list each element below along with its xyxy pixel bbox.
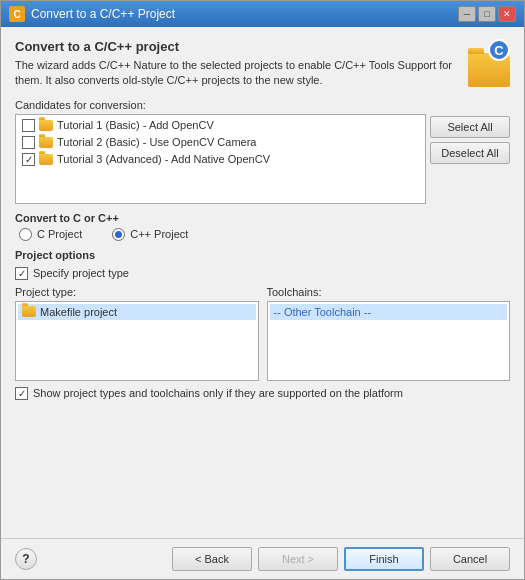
title-controls: ─ □ ✕	[458, 6, 516, 22]
specify-type-checkbox[interactable]	[15, 267, 28, 280]
cpp-project-radio-button[interactable]	[112, 228, 125, 241]
platform-support-row: Show project types and toolchains only i…	[15, 387, 510, 400]
deselect-all-button[interactable]: Deselect All	[430, 142, 510, 164]
page-header-text: Convert to a C/C++ project The wizard ad…	[15, 39, 454, 89]
main-content: Convert to a C/C++ project The wizard ad…	[1, 27, 524, 538]
title-bar: C Convert to a C/C++ Project ─ □ ✕	[1, 1, 524, 27]
candidate-text-3: Tutorial 3 (Advanced) - Add Native OpenC…	[57, 153, 270, 165]
makefile-folder-icon	[22, 306, 36, 317]
header-icon: C	[462, 39, 510, 87]
project-type-label: Project type:	[15, 286, 259, 298]
footer-buttons: < Back Next > Finish Cancel	[172, 547, 510, 571]
back-button[interactable]: < Back	[172, 547, 252, 571]
platform-support-label: Show project types and toolchains only i…	[33, 387, 403, 399]
candidate-checkbox-3[interactable]	[22, 153, 35, 166]
list-item[interactable]: -- Other Toolchain --	[270, 304, 508, 320]
list-item[interactable]: Tutorial 1 (Basic) - Add OpenCV	[18, 117, 423, 134]
candidates-list[interactable]: Tutorial 1 (Basic) - Add OpenCV Tutorial…	[15, 114, 426, 204]
page-header: Convert to a C/C++ project The wizard ad…	[15, 39, 510, 89]
specify-type-row: Specify project type	[15, 267, 510, 280]
candidates-section: Candidates for conversion: Tutorial 1 (B…	[15, 99, 510, 204]
c-project-label: C Project	[37, 228, 82, 240]
c-icon: C	[488, 39, 510, 61]
maximize-button[interactable]: □	[478, 6, 496, 22]
candidates-label: Candidates for conversion:	[15, 99, 510, 111]
page-title: Convert to a C/C++ project	[15, 39, 454, 54]
toolchains-list[interactable]: -- Other Toolchain --	[267, 301, 511, 381]
cancel-button[interactable]: Cancel	[430, 547, 510, 571]
convert-title: Convert to C or C++	[15, 212, 510, 224]
minimize-button[interactable]: ─	[458, 6, 476, 22]
folder-icon-3	[39, 154, 53, 165]
toolchains-col: Toolchains: -- Other Toolchain --	[267, 286, 511, 381]
c-project-radio-button[interactable]	[19, 228, 32, 241]
window: C Convert to a C/C++ Project ─ □ ✕ Conve…	[0, 0, 525, 580]
c-project-radio[interactable]: C Project	[19, 228, 82, 241]
close-button[interactable]: ✕	[498, 6, 516, 22]
footer-left: ?	[15, 548, 37, 570]
makefile-project-label: Makefile project	[40, 306, 117, 318]
candidate-text-2: Tutorial 2 (Basic) - Use OpenCV Camera	[57, 136, 257, 148]
footer: ? < Back Next > Finish Cancel	[1, 538, 524, 579]
cpp-project-radio[interactable]: C++ Project	[112, 228, 188, 241]
project-options-title: Project options	[15, 249, 510, 261]
candidates-container: Tutorial 1 (Basic) - Add OpenCV Tutorial…	[15, 114, 510, 204]
title-bar-left: C Convert to a C/C++ Project	[9, 6, 175, 22]
project-type-list[interactable]: Makefile project	[15, 301, 259, 381]
folder-icon-2	[39, 137, 53, 148]
window-title: Convert to a C/C++ Project	[31, 7, 175, 21]
folder-icon-1	[39, 120, 53, 131]
page-description: The wizard adds C/C++ Nature to the sele…	[15, 58, 454, 89]
candidate-checkbox-1[interactable]	[22, 119, 35, 132]
radio-group: C Project C++ Project	[15, 228, 510, 241]
list-item[interactable]: Tutorial 2 (Basic) - Use OpenCV Camera	[18, 134, 423, 151]
convert-section: Convert to C or C++ C Project C++ Projec…	[15, 212, 510, 241]
next-button[interactable]: Next >	[258, 547, 338, 571]
platform-support-checkbox[interactable]	[15, 387, 28, 400]
finish-button[interactable]: Finish	[344, 547, 424, 571]
list-item[interactable]: Makefile project	[18, 304, 256, 320]
project-type-col: Project type: Makefile project	[15, 286, 259, 381]
candidates-action-buttons: Select All Deselect All	[430, 114, 510, 204]
other-toolchain-label: -- Other Toolchain --	[274, 306, 372, 318]
type-toolchain-columns: Project type: Makefile project Toolchain…	[15, 286, 510, 381]
candidate-text-1: Tutorial 1 (Basic) - Add OpenCV	[57, 119, 214, 131]
toolchains-label: Toolchains:	[267, 286, 511, 298]
cpp-project-label: C++ Project	[130, 228, 188, 240]
project-options-section: Project options Specify project type Pro…	[15, 249, 510, 400]
window-icon: C	[9, 6, 25, 22]
candidate-checkbox-2[interactable]	[22, 136, 35, 149]
help-button[interactable]: ?	[15, 548, 37, 570]
select-all-button[interactable]: Select All	[430, 116, 510, 138]
specify-type-label: Specify project type	[33, 267, 129, 279]
list-item[interactable]: Tutorial 3 (Advanced) - Add Native OpenC…	[18, 151, 423, 168]
